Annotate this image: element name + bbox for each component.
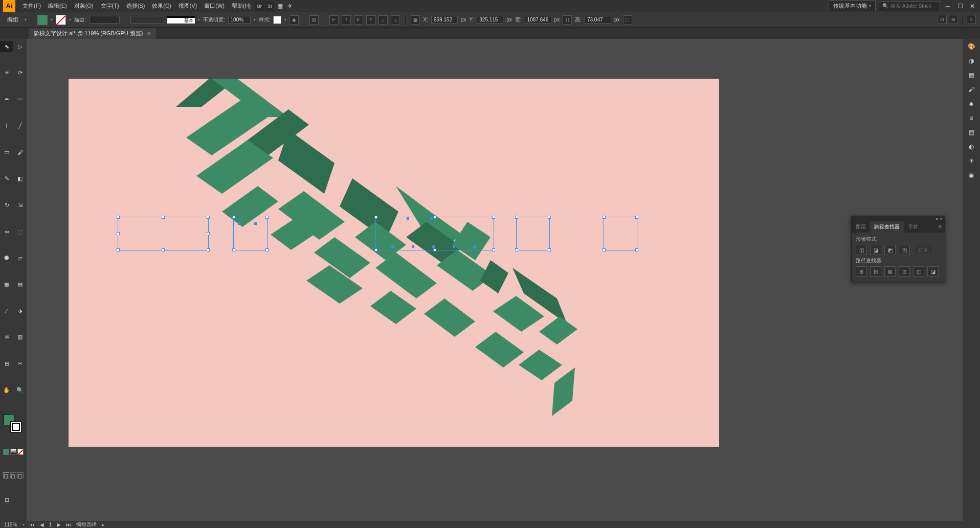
transparency-panel-icon[interactable]: ◐: [967, 142, 976, 151]
h-input[interactable]: [585, 16, 611, 24]
chevron-down-icon[interactable]: ▾: [23, 522, 25, 527]
chevron-down-icon[interactable]: ▾: [254, 17, 256, 22]
width-tool[interactable]: ⇔: [0, 226, 13, 237]
tab-pathfinder[interactable]: 路径查找器: [870, 221, 904, 233]
rectangle-tool[interactable]: ▭: [0, 147, 13, 158]
recolor-icon[interactable]: ◉: [289, 15, 299, 25]
eraser-tool[interactable]: ◧: [13, 173, 27, 185]
menu-item[interactable]: 对象(O): [71, 1, 97, 11]
tab-layers[interactable]: 图层: [852, 221, 870, 233]
slice-tool[interactable]: ✂: [13, 358, 27, 370]
menu-item[interactable]: 编辑(E): [45, 1, 70, 11]
blend-tool[interactable]: ⬗: [13, 305, 27, 316]
align-to-pixel-icon[interactable]: ⊞: [309, 15, 319, 25]
menu-item[interactable]: 文件(F): [19, 1, 44, 11]
isolate-mode-icon[interactable]: ⊡: [938, 15, 947, 24]
exclude-button[interactable]: ◰: [899, 245, 910, 255]
menu-item[interactable]: 文字(T): [98, 1, 122, 11]
bridge-icon[interactable]: Br: [255, 2, 264, 11]
workspace-switcher[interactable]: 传统基本功能 ▾: [829, 1, 876, 11]
selection-tool[interactable]: ⬉: [0, 41, 13, 52]
unite-button[interactable]: ◫: [856, 245, 867, 255]
paintbrush-tool[interactable]: 🖌: [13, 147, 27, 158]
chevron-down-icon[interactable]: ▾: [284, 17, 286, 22]
default-stroke[interactable]: [10, 421, 21, 432]
swatches-panel-icon[interactable]: ▦: [967, 71, 976, 80]
minus-front-button[interactable]: ◪: [870, 245, 881, 255]
tab-character[interactable]: 字符: [904, 221, 922, 233]
panel-menu-icon[interactable]: ≡: [967, 15, 976, 24]
chevron-down-icon[interactable]: ▾: [69, 17, 71, 22]
minimize-icon[interactable]: ─: [943, 2, 952, 11]
selection-box[interactable]: [118, 217, 209, 250]
column-graph-tool[interactable]: ▥: [13, 332, 27, 343]
line-tool[interactable]: ╱: [13, 120, 27, 131]
opacity-input[interactable]: [228, 16, 251, 24]
close-icon[interactable]: ✕: [968, 2, 977, 11]
gradient-tool[interactable]: ▤: [13, 279, 27, 290]
appearance-panel-icon[interactable]: ☀: [967, 156, 976, 166]
minus-back-button[interactable]: ◪: [927, 266, 939, 277]
maximize-icon[interactable]: ☐: [955, 2, 965, 11]
menu-item[interactable]: 视图(V): [175, 1, 201, 11]
shaper-tool[interactable]: ✎: [0, 173, 13, 185]
brush-def[interactable]: 基本: [167, 16, 195, 24]
perspective-tool[interactable]: ▱: [13, 252, 27, 264]
screen-mode-tool[interactable]: ⊡: [0, 494, 13, 506]
graphic-style-swatch[interactable]: [273, 16, 281, 24]
symbol-sprayer-tool[interactable]: ✲: [0, 332, 13, 343]
align-center-h-icon[interactable]: ⫱: [342, 15, 351, 25]
rotate-tool[interactable]: ↻: [0, 199, 13, 211]
zoom-tool[interactable]: 🔍: [13, 384, 27, 396]
y-input[interactable]: [477, 16, 503, 24]
divide-button[interactable]: ⊞: [856, 266, 867, 277]
selection-box[interactable]: [233, 217, 268, 250]
brushes-panel-icon[interactable]: 🖌: [967, 85, 976, 94]
panel-menu-icon[interactable]: ≡: [936, 221, 945, 233]
align-right-icon[interactable]: ⊪: [354, 15, 363, 25]
menu-item[interactable]: 窗口(W): [201, 1, 228, 11]
draw-inside-icon[interactable]: ◻: [17, 472, 24, 478]
artboard-nav-first-icon[interactable]: ⏮: [30, 522, 35, 527]
color-guide-panel-icon[interactable]: ◑: [967, 56, 976, 65]
intersect-button[interactable]: ◩: [884, 245, 896, 255]
link-wh-icon[interactable]: ⛓: [563, 15, 572, 25]
artboard[interactable]: [69, 79, 719, 447]
artboard-nav-next-icon[interactable]: ▶: [57, 522, 61, 527]
curvature-tool[interactable]: 〰: [13, 94, 27, 105]
selection-box[interactable]: [375, 217, 494, 250]
align-bottom-icon[interactable]: ⊥: [391, 15, 400, 25]
lasso-tool[interactable]: ⟳: [13, 67, 27, 79]
chevron-down-icon[interactable]: ▾: [25, 17, 27, 22]
zoom-level[interactable]: 119%: [4, 522, 17, 527]
outline-button[interactable]: ◫: [913, 266, 924, 277]
crop-button[interactable]: ⊡: [899, 266, 910, 277]
scale-tool[interactable]: ⇲: [13, 199, 27, 211]
artboard-tool[interactable]: ⊞: [0, 358, 13, 370]
menu-item[interactable]: 效果(C): [149, 1, 174, 11]
selection-box[interactable]: [516, 217, 550, 250]
transform-ref-icon[interactable]: ▦: [411, 15, 420, 25]
merge-button[interactable]: ⊠: [884, 266, 896, 277]
direct-selection-tool[interactable]: ▷: [13, 41, 27, 52]
mesh-tool[interactable]: ▦: [0, 279, 13, 290]
eyedropper-tool[interactable]: ⁄: [0, 305, 13, 316]
stock-icon[interactable]: St: [265, 2, 274, 11]
color-mode-icon[interactable]: [3, 449, 9, 455]
type-tool[interactable]: T: [0, 120, 13, 131]
close-tab-icon[interactable]: ×: [147, 30, 150, 37]
document-tab[interactable]: 阶梯文字设计.ai* @ 119% (RGB/GPU 预览) ×: [29, 28, 156, 39]
align-top-icon[interactable]: ⊤: [366, 15, 375, 25]
gradient-mode-icon[interactable]: [10, 449, 16, 455]
symbols-panel-icon[interactable]: ♣: [967, 99, 976, 108]
panel-close-icon[interactable]: ×: [940, 216, 943, 221]
draw-normal-icon[interactable]: ◻: [3, 472, 9, 478]
artboard-nav-prev-icon[interactable]: ◀: [40, 522, 44, 527]
align-left-icon[interactable]: ⊩: [329, 15, 339, 25]
expand-button[interactable]: 扩展: [913, 245, 933, 255]
chevron-down-icon[interactable]: ▾: [51, 17, 53, 22]
none-mode-icon[interactable]: [17, 449, 24, 455]
gradient-panel-icon[interactable]: ▤: [967, 128, 976, 137]
status-menu-icon[interactable]: ▸: [102, 522, 104, 527]
fill-stroke-control[interactable]: [3, 414, 21, 432]
